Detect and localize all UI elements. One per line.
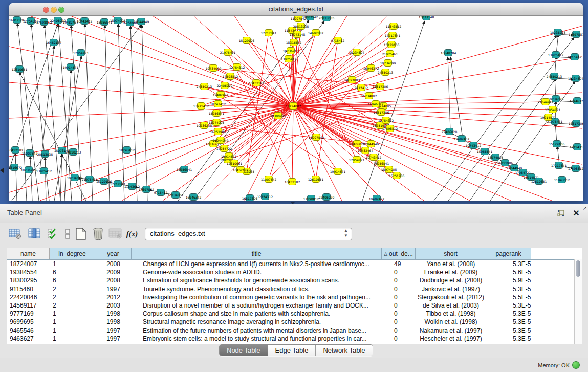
- table-row[interactable]: 946362711997Embryonic stem cells: a mode…: [7, 335, 582, 343]
- scrollbar-thumb[interactable]: [576, 260, 580, 277]
- table-row[interactable]: 2242004622012Investigating the contribut…: [7, 293, 582, 301]
- show-columns-button[interactable]: [28, 226, 42, 242]
- cell-pagerank: 5.6E-5: [486, 268, 531, 276]
- table-settings-button[interactable]: [8, 226, 23, 242]
- delete-rows-button[interactable]: [91, 226, 105, 242]
- table-vertical-scrollbar[interactable]: [574, 259, 582, 344]
- svg-text:15956541: 15956541: [374, 162, 389, 165]
- cell-short: Wolkin et al. (1998): [416, 318, 486, 326]
- cell-in_degree: 6: [50, 268, 95, 276]
- select-all-columns-button[interactable]: [46, 226, 60, 242]
- svg-text:16946372: 16946372: [570, 99, 583, 103]
- svg-text:24850213: 24850213: [66, 150, 81, 154]
- svg-text:15956541: 15956541: [209, 112, 225, 115]
- delete-table-button[interactable]: [108, 226, 123, 242]
- svg-text:9715412: 9715412: [355, 86, 368, 90]
- svg-text:16946372: 16946372: [186, 195, 202, 199]
- svg-text:12754312: 12754312: [229, 65, 245, 69]
- cell-title: Tourette syndrome. Phenomenology and cla…: [132, 285, 382, 293]
- cell-title: Structural magnetic resonance image aver…: [132, 318, 382, 326]
- cell-pagerank: 5.3E-5: [486, 326, 531, 335]
- cell-name: 14569117: [7, 301, 50, 310]
- table-row[interactable]: 911546021997Tourette syndrome. Phenomeno…: [7, 285, 582, 293]
- svg-text:15956541: 15956541: [177, 168, 192, 171]
- svg-text:17054721: 17054721: [73, 51, 89, 55]
- svg-text:11843612: 11843612: [386, 25, 402, 28]
- cell-in_degree: 2: [50, 293, 95, 301]
- svg-text:16452187: 16452187: [46, 41, 62, 45]
- table-row[interactable]: 1456911722003Disruption of a novel membe…: [7, 301, 582, 310]
- svg-text:15073148: 15073148: [419, 16, 434, 19]
- network-window: citations_edges.txt 16817306127543121759…: [9, 3, 583, 201]
- float-panel-icon[interactable]: [556, 209, 565, 218]
- column-header-name[interactable]: name: [7, 248, 50, 259]
- table-row[interactable]: 1830029562008Estimation of significance …: [7, 276, 582, 285]
- table-selector-dropdown[interactable]: citations_edges.txt ▲▼: [145, 228, 352, 240]
- svg-text:24850213: 24850213: [547, 75, 562, 78]
- tab-edge-table[interactable]: Edge Table: [268, 345, 316, 356]
- svg-text:14697887: 14697887: [308, 31, 324, 35]
- cell-pagerank: 5.9E-5: [486, 276, 531, 285]
- svg-text:15129106: 15129106: [549, 142, 565, 146]
- node-table: namein_degreeyeartitle△out_de...shortpag…: [7, 248, 582, 344]
- column-header-out_de[interactable]: △out_de...: [382, 248, 416, 259]
- svg-text:10236218: 10236218: [283, 49, 299, 53]
- citation-network-graph[interactable]: 1681730612754312175988122240602019482467…: [9, 16, 583, 201]
- svg-text:16817306: 16817306: [242, 196, 258, 200]
- close-panel-icon[interactable]: ✕: [572, 209, 581, 218]
- svg-text:19482467: 19482467: [369, 197, 385, 201]
- svg-text:12610651: 12610651: [308, 178, 324, 181]
- close-window-button[interactable]: [43, 7, 49, 13]
- network-canvas[interactable]: 1681730612754312175988122240602019482467…: [9, 16, 583, 201]
- table-tabs-bar: Node TableEdge TableNetwork Table: [0, 344, 588, 358]
- cell-short: Tibbo et al. (1998): [416, 310, 486, 318]
- column-header-pagerank[interactable]: pagerank: [486, 248, 531, 259]
- resize-corner-icon[interactable]: ↗: [583, 205, 587, 211]
- tab-network-table[interactable]: Network Table: [316, 345, 372, 356]
- svg-text:16452187: 16452187: [285, 180, 300, 184]
- cell-in_degree: 6: [50, 276, 95, 285]
- cell-name: 9777169: [7, 310, 50, 318]
- svg-text:17598812: 17598812: [223, 75, 238, 78]
- cell-name: 18724007: [7, 260, 50, 268]
- cell-title: Investigating the contribution of common…: [132, 293, 382, 301]
- svg-text:12610651: 12610651: [227, 162, 243, 165]
- svg-text:19914571: 19914571: [221, 155, 237, 158]
- svg-text:11843612: 11843612: [124, 185, 140, 188]
- svg-text:9715412: 9715412: [331, 39, 345, 42]
- svg-text:21044949: 21044949: [213, 139, 229, 142]
- minimize-window-button[interactable]: [51, 7, 57, 13]
- column-header-in_degree[interactable]: in_degree: [50, 248, 95, 259]
- svg-text:20813035: 20813035: [293, 25, 309, 28]
- cell-name: 18300295: [7, 276, 50, 285]
- cell-pagerank: 5.3E-5: [486, 301, 531, 310]
- svg-text:9715412: 9715412: [568, 55, 582, 59]
- column-header-year[interactable]: year: [95, 248, 132, 259]
- cell-in_degree: 1: [50, 310, 95, 318]
- svg-text:16452187: 16452187: [9, 148, 23, 152]
- cell-short: Yano et al. (2008): [416, 260, 486, 268]
- table-row[interactable]: 1938455462009Genome-wide association stu…: [7, 268, 582, 276]
- function-builder-button[interactable]: f(x): [125, 226, 139, 242]
- column-header-title[interactable]: title: [132, 248, 382, 259]
- table-row[interactable]: 977716911998Corpus callosum shape and si…: [7, 310, 582, 318]
- table-panel-header: Table Panel ↗ ✕: [0, 204, 588, 223]
- table-row[interactable]: 946554611997Estimation of the future num…: [7, 326, 582, 335]
- collapsed-west-panel-arrow-icon[interactable]: [0, 168, 4, 173]
- svg-text:14697887: 14697887: [344, 78, 360, 82]
- unselect-all-columns-button[interactable]: [60, 226, 75, 242]
- cell-name: 9465546: [7, 326, 50, 335]
- zoom-window-button[interactable]: [58, 7, 64, 13]
- svg-text:19914571: 19914571: [330, 170, 346, 173]
- svg-text:18316672: 18316672: [286, 41, 302, 45]
- table-selector-value: citations_edges.txt: [150, 230, 205, 237]
- column-header-short[interactable]: short: [416, 248, 486, 259]
- cell-out_de: 0: [382, 276, 416, 285]
- cell-name: 9115460: [7, 285, 50, 293]
- table-row[interactable]: 1872400712008Changes of HCN gene express…: [7, 260, 582, 268]
- tab-node-table[interactable]: Node Table: [220, 345, 268, 356]
- new-document-button[interactable]: [74, 226, 88, 242]
- window-titlebar[interactable]: citations_edges.txt: [9, 3, 583, 16]
- table-row[interactable]: 969969511998Structural magnetic resonanc…: [7, 318, 582, 326]
- memory-status-indicator-icon[interactable]: [572, 361, 580, 369]
